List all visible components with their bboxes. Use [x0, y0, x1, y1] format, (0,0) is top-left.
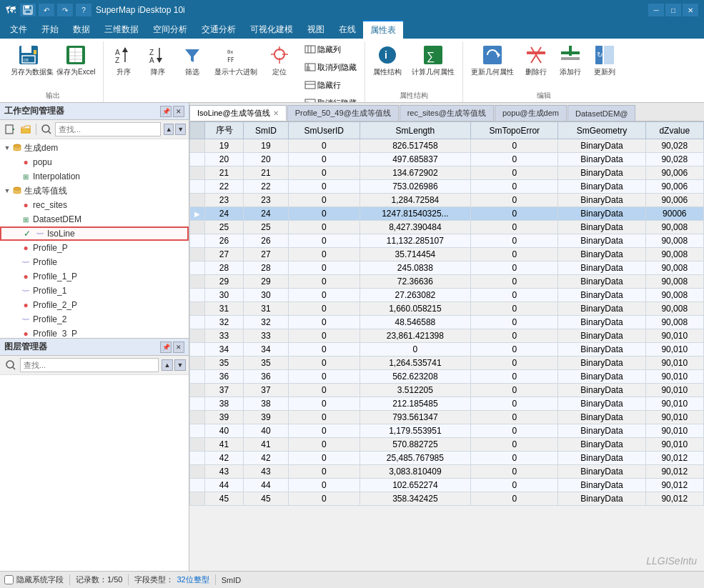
- tree-item-profile-3-p[interactable]: ● Profile_3_P: [0, 327, 189, 338]
- filter-btn[interactable]: 筛选: [177, 41, 208, 79]
- row-selector[interactable]: [190, 180, 205, 194]
- workspace-search-input[interactable]: [59, 125, 157, 134]
- tree-item-datasetdem[interactable]: ⊞ DatasetDEM: [0, 212, 189, 226]
- row-selector[interactable]: [190, 411, 205, 424]
- col-header-smtopoerror[interactable]: SmTopoError: [471, 122, 558, 139]
- col-header-smgeometry[interactable]: SmGeometry: [558, 122, 645, 139]
- row-selector[interactable]: [190, 384, 205, 397]
- menu-item-online[interactable]: 在线: [332, 20, 363, 39]
- row-selector[interactable]: [190, 153, 205, 166]
- table-row[interactable]: 252508,427.3904840BinaryData90,008: [190, 221, 704, 234]
- layer-scroll-up-btn[interactable]: ▲: [162, 359, 173, 371]
- toolbar-undo-btn[interactable]: ↶: [39, 4, 54, 16]
- row-selector[interactable]: [190, 424, 205, 438]
- menu-item-analysis[interactable]: 空间分析: [146, 20, 194, 39]
- scroll-up-btn[interactable]: ▲: [164, 124, 174, 135]
- col-header-smuserid[interactable]: SmUserID: [288, 122, 360, 139]
- tree-item-isoline[interactable]: ✓ 〰 IsoLine: [0, 226, 189, 241]
- hide-col-btn[interactable]: 隐藏列: [301, 41, 360, 57]
- tab-popu[interactable]: popu@生成dem: [495, 105, 567, 121]
- table-row[interactable]: 373703.5122050BinaryData90,010: [190, 384, 704, 397]
- table-row[interactable]: 4242025,485.7679850BinaryData90,012: [190, 452, 704, 465]
- data-grid[interactable]: 序号 SmID SmUserID SmLength SmTopoError Sm…: [189, 121, 704, 571]
- row-selector[interactable]: [190, 248, 205, 261]
- row-selector[interactable]: [190, 221, 205, 234]
- delete-row-btn[interactable]: 删除行: [520, 41, 552, 79]
- minimize-btn[interactable]: ─: [648, 4, 664, 16]
- table-row[interactable]: 2727035.7144540BinaryData90,008: [190, 248, 704, 261]
- update-col-btn[interactable]: ↻ 更新列: [589, 41, 620, 79]
- table-row[interactable]: 2626011,132.2851070BinaryData90,008: [190, 234, 704, 248]
- menu-item-visual[interactable]: 可视化建模: [243, 20, 300, 39]
- new-workspace-btn[interactable]: [3, 121, 17, 137]
- hide-row-btn[interactable]: 隐藏行: [301, 77, 360, 93]
- menu-item-3d[interactable]: 三维数据: [97, 20, 146, 39]
- workspace-close-btn[interactable]: ✕: [173, 106, 184, 117]
- row-selector[interactable]: [190, 438, 205, 452]
- row-selector[interactable]: [190, 302, 205, 316]
- col-header-seq[interactable]: 序号: [205, 122, 244, 139]
- maximize-btn[interactable]: □: [665, 4, 681, 16]
- table-row[interactable]: 434303,083.8104090BinaryData90,012: [190, 465, 704, 479]
- row-selector[interactable]: [190, 316, 205, 329]
- table-row[interactable]: 3030027.2630820BinaryData90,008: [190, 289, 704, 302]
- expand-dengzhixian[interactable]: ▼: [3, 186, 11, 195]
- add-row-btn[interactable]: 添加行: [555, 41, 586, 79]
- locate-btn[interactable]: 定位: [264, 41, 295, 79]
- row-selector[interactable]: [190, 397, 205, 411]
- tab-profile-50-49[interactable]: Profile_50_49@生成等值线: [287, 105, 399, 121]
- menu-item-file[interactable]: 文件: [3, 20, 34, 39]
- table-row[interactable]: 353501,264.5357410BinaryData90,010: [190, 357, 704, 370]
- menu-item-start[interactable]: 开始: [34, 20, 66, 39]
- tree-item-profile[interactable]: 〰 Profile: [0, 255, 189, 269]
- table-row[interactable]: 44440102.6522740BinaryData90,012: [190, 479, 704, 492]
- tab-isoline[interactable]: IsoLine@生成等值线 ✕: [189, 105, 287, 121]
- tree-item-interpolation[interactable]: ⊞ Interpolation: [0, 169, 189, 184]
- row-selector[interactable]: [190, 194, 205, 207]
- update-geo-btn[interactable]: 更新几何属性: [467, 41, 517, 79]
- row-selector[interactable]: [190, 289, 205, 302]
- row-selector[interactable]: [190, 465, 205, 479]
- row-selector[interactable]: [190, 370, 205, 384]
- menu-item-data[interactable]: 数据: [66, 20, 97, 39]
- menu-item-view[interactable]: 视图: [300, 20, 332, 39]
- table-row[interactable]: 313101,660.0582150BinaryData90,008: [190, 302, 704, 316]
- hide-fields-checkbox[interactable]: [4, 575, 14, 584]
- table-row[interactable]: 38380212.1854850BinaryData90,010: [190, 397, 704, 411]
- layer-pin-btn[interactable]: 📌: [160, 342, 172, 353]
- sort-asc-btn[interactable]: A Z 升序: [108, 41, 139, 79]
- layer-close-btn[interactable]: ✕: [173, 342, 184, 353]
- menu-item-attribute[interactable]: 属性表: [363, 20, 403, 39]
- tree-item-rec_sites[interactable]: ● rec_sites: [0, 198, 189, 212]
- tree-item-popu[interactable]: ● popu: [0, 155, 189, 169]
- layer-search-input[interactable]: [24, 361, 155, 369]
- row-selector[interactable]: ▶: [190, 207, 205, 221]
- table-row[interactable]: 404001,179.5539510BinaryData90,010: [190, 424, 704, 438]
- calc-geo-btn[interactable]: ∑ 计算几何属性: [408, 41, 458, 79]
- table-row[interactable]: 28280245.08380BinaryData90,008: [190, 261, 704, 275]
- row-selector[interactable]: [190, 234, 205, 248]
- table-row[interactable]: 41410570.8827250BinaryData90,010: [190, 438, 704, 452]
- table-row[interactable]: ▶242401247.81540325...0BinaryData90006: [190, 207, 704, 221]
- col-header-dzvalue[interactable]: dZvalue: [645, 122, 703, 139]
- tree-item-profile-1-p[interactable]: ● Profile_1_P: [0, 269, 189, 284]
- layer-scroll-down-btn[interactable]: ▼: [174, 359, 186, 371]
- row-selector[interactable]: [190, 166, 205, 180]
- tab-isoline-close[interactable]: ✕: [273, 109, 279, 117]
- show-row-btn[interactable]: 取 取消行隐藏: [301, 95, 360, 103]
- expand-shengchengdem[interactable]: ▼: [3, 144, 11, 152]
- table-row[interactable]: 3434000BinaryData90,010: [190, 343, 704, 357]
- search-workspace-btn[interactable]: [39, 121, 54, 137]
- tree-item-shengchengdem[interactable]: ▼ 生成dem: [0, 141, 189, 155]
- workspace-pin-btn[interactable]: 📌: [160, 106, 172, 117]
- table-row[interactable]: 232301,284.725840BinaryData90,006: [190, 194, 704, 207]
- show-col-btn[interactable]: 取 取消列隐藏: [301, 59, 360, 75]
- table-row[interactable]: 22220753.0269860BinaryData90,006: [190, 180, 704, 194]
- table-row[interactable]: 45450358.3424250BinaryData90,012: [190, 492, 704, 506]
- col-header-smlength[interactable]: SmLength: [360, 122, 470, 139]
- tree-item-profile-1[interactable]: 〰 Profile_1: [0, 284, 189, 298]
- tab-datasetdem[interactable]: DatasetDEM@: [567, 105, 636, 121]
- table-row[interactable]: 3333023,861.4213980BinaryData90,010: [190, 329, 704, 343]
- table-row[interactable]: 3232048.5465880BinaryData90,008: [190, 316, 704, 329]
- toolbar-help-btn[interactable]: ?: [76, 4, 91, 16]
